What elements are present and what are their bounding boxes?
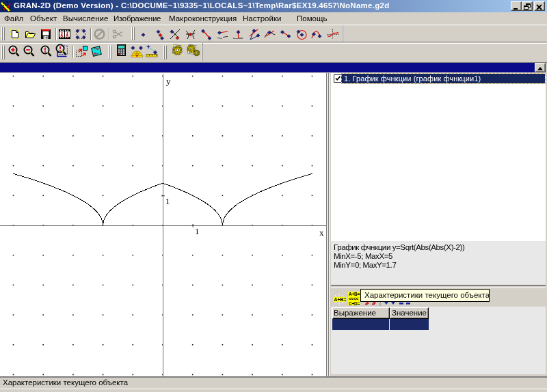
- svg-text:A+B=: A+B=: [349, 292, 360, 296]
- svg-text:A+B=: A+B=: [334, 297, 347, 302]
- svg-text:C+D=: C+D=: [349, 301, 360, 306]
